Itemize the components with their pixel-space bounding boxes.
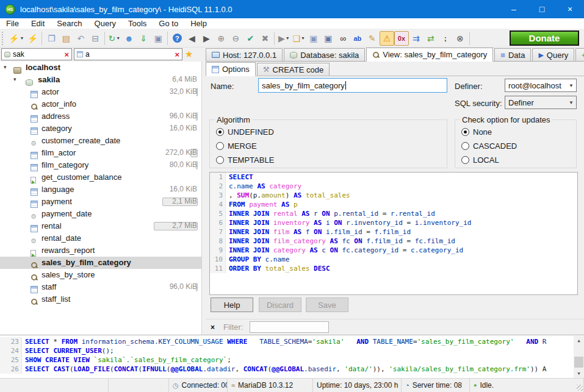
maximize-button[interactable]: □ <box>528 0 556 18</box>
tree-item-category[interactable]: category16,0 KiB <box>0 123 201 135</box>
definer-combobox[interactable]: root@localhost ▼ <box>505 79 577 92</box>
database-filter-input[interactable] <box>13 50 63 59</box>
disconnect-icon[interactable]: ⚡ <box>25 31 40 46</box>
tab-create-code[interactable]: ⚒CREATE code <box>257 63 330 76</box>
tab-options[interactable]: Options <box>206 62 256 76</box>
close-button[interactable]: × <box>556 0 584 18</box>
menu-tools[interactable]: Tools <box>122 18 153 29</box>
table-filter-input[interactable] <box>85 50 174 59</box>
execute-icon[interactable]: ▶▼ <box>276 31 291 46</box>
semicolon-icon[interactable]: ; <box>438 31 453 46</box>
tree-item-payment_date[interactable]: ⚙payment_date <box>0 208 201 220</box>
tree-item-sakila[interactable]: ▾sakila6,4 MiB <box>0 74 201 86</box>
tab-database[interactable]: Database: sakila <box>284 48 365 61</box>
favorites-star-icon[interactable]: ★ <box>185 49 193 60</box>
user-manager-icon[interactable]: ☻ <box>121 31 136 46</box>
remove-record-icon[interactable]: ⊖ <box>228 31 243 46</box>
paste-icon[interactable]: ▤ <box>59 31 73 46</box>
reformat-icon[interactable]: ⇄ <box>424 31 438 46</box>
copy-icon[interactable]: ❐ <box>44 31 59 46</box>
tab-host[interactable]: Host: 127.0.0.1 <box>206 48 283 61</box>
menu-search[interactable]: Search <box>51 18 88 29</box>
tab-query[interactable]: ▶Query <box>532 48 574 61</box>
view-sql-editor[interactable]: 1SELECT2c.name AS category3, SUM(p.amoun… <box>209 172 578 295</box>
help-icon[interactable]: ? <box>170 31 184 46</box>
menu-edit[interactable]: Edit <box>25 18 51 29</box>
toolbar-grip[interactable] <box>2 32 5 45</box>
undo-icon[interactable]: ↶ <box>73 31 88 46</box>
goto-first-icon[interactable]: ◀ <box>184 31 199 46</box>
tree-item-actor[interactable]: actor32,0 KiB <box>0 86 201 98</box>
expand-arrow-icon[interactable]: ▾ <box>13 76 16 82</box>
minimize-button[interactable]: – <box>500 0 528 18</box>
tree-item-language[interactable]: language16,0 KiB <box>0 184 201 196</box>
tab-data[interactable]: ≡Data <box>494 48 531 61</box>
menu-query[interactable]: Query <box>88 18 122 29</box>
tree-item-localhost[interactable]: ▾localhost <box>0 62 201 74</box>
close-filter-icon[interactable]: × <box>211 323 215 332</box>
tree-item-actor_info[interactable]: actor_info <box>0 98 201 110</box>
menu-go-to[interactable]: Go to <box>153 18 184 29</box>
check-option-option-local[interactable]: LOCAL <box>461 155 499 165</box>
format-code-icon[interactable]: ✎ <box>365 31 380 46</box>
save-as-icon[interactable]: ▣ <box>321 31 336 46</box>
save-database-icon[interactable]: ▣ <box>151 31 165 46</box>
find-icon[interactable]: ∞ <box>336 31 350 46</box>
indent-icon[interactable]: ⇉ <box>409 31 424 46</box>
refresh-icon[interactable]: ↻▼ <box>107 31 121 46</box>
open-file-icon[interactable]: ❑▼ <box>291 31 306 46</box>
connect-icon[interactable]: ⚡▼ <box>7 31 25 46</box>
algorithm-option-merge[interactable]: MERGE <box>216 141 257 151</box>
tree-item-payment[interactable]: payment2,1 MiB <box>0 196 201 208</box>
donate-button[interactable]: Donate <box>510 30 579 46</box>
toolbar-separator <box>469 32 470 45</box>
tree-item-staff_list[interactable]: staff_list <box>0 293 201 305</box>
export-icon[interactable]: ⇓ <box>136 31 151 46</box>
replace-icon[interactable]: ab <box>350 31 365 46</box>
paste-icon: ▤ <box>62 34 70 43</box>
scrollbar-thumb[interactable] <box>574 357 583 368</box>
check-option-option-none[interactable]: None <box>461 127 492 137</box>
scroll-down-icon[interactable]: ▼ <box>574 369 584 378</box>
tree-item-rental[interactable]: rental2,7 MiB <box>0 220 201 232</box>
apply-icon[interactable]: ✔ <box>243 31 258 46</box>
scroll-up-icon[interactable]: ▲ <box>574 336 584 346</box>
tree-item-customer_create_date[interactable]: ⚙customer_create_date <box>0 135 201 147</box>
view-name-input[interactable]: sales_by_film_category <box>258 78 447 93</box>
sql-log-panel[interactable]: 23SELECT * FROM information_schema.KEY_C… <box>0 335 584 378</box>
resize-grip[interactable] <box>577 385 583 391</box>
goto-last-icon[interactable]: ▶ <box>199 31 214 46</box>
tree-item-sales_by_store[interactable]: sales_by_store <box>0 269 201 281</box>
sql-security-combobox[interactable]: Definer ▼ <box>505 96 577 109</box>
tree-item-get_customer_balance[interactable]: get_customer_balance <box>0 171 201 184</box>
add-record-icon[interactable]: ⊕ <box>214 31 228 46</box>
cancel-icon[interactable]: ✖ <box>258 31 272 46</box>
warning-toggle-icon[interactable]: ⚠ <box>380 31 394 46</box>
tree-item-rewards_report[interactable]: rewards_report <box>0 244 201 257</box>
print-icon[interactable]: ⊟ <box>88 31 103 46</box>
menu-help[interactable]: Help <box>184 18 213 29</box>
expand-arrow-icon[interactable]: ▾ <box>4 64 7 70</box>
help-button[interactable]: Help <box>211 298 253 312</box>
tree-item-film_actor[interactable]: film_actor272,0 KiB <box>0 147 201 159</box>
tree-item-staff[interactable]: staff96,0 KiB <box>0 281 201 293</box>
tab-view[interactable]: View: sales_by_film_category <box>366 48 493 62</box>
filter-input[interactable] <box>250 321 329 333</box>
stop-icon[interactable]: ⊗ <box>453 31 467 46</box>
tree-item-rental_date[interactable]: ⚙rental_date <box>0 232 201 244</box>
log-scrollbar[interactable]: ▲ ▼ <box>574 336 584 378</box>
algorithm-option-temptable[interactable]: TEMPTABLE <box>216 155 274 165</box>
tab-new-query[interactable]: + <box>575 48 584 61</box>
tree-item-film_category[interactable]: film_category80,0 KiB <box>0 159 201 171</box>
tree-item-address[interactable]: address96,0 KiB <box>0 110 201 123</box>
clear-filter-icon[interactable]: × <box>174 50 180 59</box>
tree-item-sales_by_film_category[interactable]: sales_by_film_category <box>0 257 201 269</box>
save-icon[interactable]: ▣ <box>306 31 321 46</box>
menu-file[interactable]: File <box>0 18 25 29</box>
database-filter[interactable]: × <box>1 48 72 60</box>
clear-filter-icon[interactable]: × <box>63 50 70 59</box>
algorithm-option-undefined[interactable]: UNDEFINED <box>216 127 274 137</box>
check-option-option-cascaded[interactable]: CASCADED <box>461 141 517 151</box>
table-filter[interactable]: × <box>74 48 182 60</box>
hex-toggle-icon[interactable]: 0x <box>394 31 409 46</box>
